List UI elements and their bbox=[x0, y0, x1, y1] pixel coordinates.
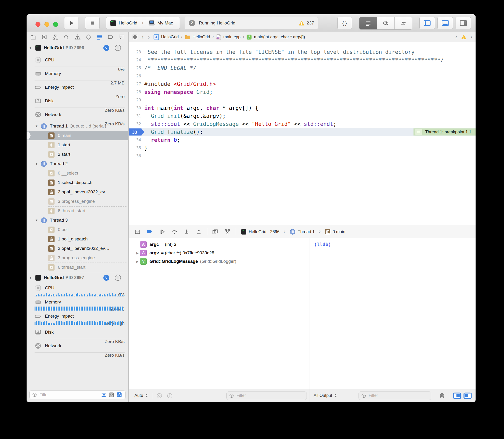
debug-location-process[interactable]: HelloGrid - 2696 bbox=[249, 229, 280, 234]
step-into-button[interactable] bbox=[184, 229, 190, 235]
variables-view[interactable]: Aargc= (int) 3▶Aargv= (char **) 0x7ffee9… bbox=[129, 238, 310, 389]
stack-frame-row[interactable]: 2 start bbox=[27, 150, 128, 159]
view-hierarchy-button[interactable] bbox=[212, 229, 218, 235]
stack-frame-row[interactable]: 1 select_dispatch bbox=[27, 178, 128, 187]
code-line[interactable]: 24 *************************************… bbox=[129, 56, 476, 64]
stat-row-memory[interactable]: Memory2.7 MB bbox=[27, 67, 128, 80]
debug-pane-splitter[interactable] bbox=[310, 238, 310, 402]
debug-area-panel-toggle[interactable] bbox=[437, 17, 453, 29]
code-line[interactable]: 26 bbox=[129, 72, 476, 80]
warning-count[interactable]: 237 bbox=[299, 20, 314, 26]
disclosure-triangle-icon[interactable]: ▶ bbox=[135, 251, 140, 255]
disclosure-triangle-icon[interactable]: ▼ bbox=[35, 124, 40, 128]
stack-frame-row[interactable]: 2 opal_libevent2022_ev… bbox=[27, 244, 128, 253]
breakpoint-badge[interactable]: 33 bbox=[129, 128, 144, 135]
issue-warning-icon[interactable] bbox=[461, 34, 467, 39]
zoom-window-button[interactable] bbox=[53, 22, 58, 27]
breakpoint-banner[interactable]: Thread 1: breakpoint 1.1 bbox=[413, 128, 476, 135]
step-over-button[interactable] bbox=[171, 229, 177, 235]
breadcrumb-file[interactable]: main.cpp bbox=[223, 35, 240, 39]
navigator-filter-field[interactable] bbox=[29, 390, 126, 399]
code-line[interactable]: 33 Grid_finalize();Thread 1: breakpoint … bbox=[129, 128, 476, 136]
stack-frame-row[interactable]: 1 poll_dispatch bbox=[27, 234, 128, 244]
navigator-tab-debug[interactable] bbox=[96, 34, 103, 40]
breadcrumb-project[interactable]: HelloGrid bbox=[161, 35, 179, 39]
disclosure-triangle-icon[interactable]: ▼ bbox=[29, 276, 35, 280]
threads-view-icon[interactable] bbox=[115, 45, 121, 51]
navigator-tab-project[interactable] bbox=[30, 34, 36, 40]
stat-row-energy-impact[interactable]: Energy ImpactVery High bbox=[27, 312, 128, 325]
stack-frame-row[interactable]: 0 __select bbox=[27, 169, 128, 178]
cpu-gauge-icon[interactable] bbox=[103, 274, 110, 281]
stat-row-disk[interactable]: DiskZero KB/s bbox=[27, 325, 128, 339]
stat-row-cpu[interactable]: CPU0% bbox=[27, 53, 128, 67]
console-filter-field[interactable] bbox=[359, 391, 431, 400]
stack-frame-row[interactable]: 6 thread_start bbox=[27, 263, 128, 272]
memory-graph-button[interactable] bbox=[224, 229, 231, 235]
navigator-tab-tests[interactable] bbox=[86, 34, 92, 40]
navigator-tab-reports[interactable] bbox=[118, 34, 125, 40]
console-view[interactable]: (lldb) bbox=[310, 238, 476, 389]
quicklook-icon[interactable] bbox=[156, 393, 163, 399]
variable-row[interactable]: ▶Aargv= (char **) 0x7ffee9039c28 bbox=[129, 249, 310, 257]
code-line[interactable]: 28using namespace Grid; bbox=[129, 88, 476, 96]
debug-location-frame[interactable]: 0 main bbox=[333, 229, 345, 234]
disclosure-triangle-icon[interactable]: ▶ bbox=[135, 260, 140, 263]
stat-row-network[interactable]: NetworkZero KB/s bbox=[27, 339, 128, 353]
threads-view-icon[interactable] bbox=[115, 274, 121, 281]
stat-row-cpu[interactable]: CPU6% bbox=[27, 283, 128, 297]
debug-location-thread[interactable]: Thread 1 bbox=[298, 229, 315, 234]
hide-debug-area-button[interactable] bbox=[134, 229, 141, 235]
thread-row[interactable]: ▼Thread 2 bbox=[27, 159, 128, 169]
code-line[interactable]: 34 return 0; bbox=[129, 136, 476, 144]
navigator-tab-source-control[interactable] bbox=[41, 34, 47, 40]
filter-view-mode-icon[interactable] bbox=[116, 392, 122, 398]
navigator-tab-breakpoints[interactable] bbox=[107, 34, 114, 40]
code-snippets-button[interactable]: { } bbox=[337, 17, 352, 29]
stop-button[interactable] bbox=[85, 17, 100, 29]
code-line[interactable]: 36 bbox=[129, 152, 476, 160]
code-line[interactable]: 35} bbox=[129, 144, 476, 152]
disclosure-triangle-icon[interactable]: ▼ bbox=[29, 46, 35, 50]
code-line[interactable]: 30int main(int argc, char * argv[]) { bbox=[129, 104, 476, 112]
code-line[interactable]: 29 bbox=[129, 96, 476, 104]
navigator-tab-find[interactable] bbox=[63, 34, 69, 40]
continue-button[interactable] bbox=[159, 229, 165, 235]
close-window-button[interactable] bbox=[35, 22, 40, 27]
inspector-panel-toggle[interactable] bbox=[456, 17, 471, 29]
variables-scope-popup[interactable]: Auto bbox=[134, 393, 148, 398]
minimize-window-button[interactable] bbox=[45, 22, 49, 27]
variables-filter-field[interactable] bbox=[226, 391, 307, 400]
stat-row-memory[interactable]: Memory2.8 MB bbox=[27, 298, 128, 311]
disclosure-triangle-icon[interactable]: ▼ bbox=[35, 162, 40, 166]
assistant-editor-button[interactable] bbox=[377, 17, 395, 29]
version-editor-button[interactable] bbox=[395, 17, 412, 29]
code-line[interactable]: 32 std::cout << GridLogMessage << "Hello… bbox=[129, 120, 476, 128]
console-scope-popup[interactable]: All Output bbox=[314, 393, 337, 398]
variable-row[interactable]: Aargc= (int) 3 bbox=[129, 240, 310, 249]
breadcrumb-symbol[interactable]: main(int argc, char * argv[]) bbox=[254, 35, 305, 39]
code-line[interactable]: 27#include <Grid/Grid.h> bbox=[129, 80, 476, 88]
stat-row-disk[interactable]: DiskZero KB/s bbox=[27, 94, 128, 108]
filter-stack-frames-icon[interactable] bbox=[109, 392, 114, 398]
run-button[interactable] bbox=[64, 17, 79, 29]
step-out-button[interactable] bbox=[196, 229, 202, 235]
stack-frame-row[interactable]: 2 opal_libevent2022_ev… bbox=[27, 187, 128, 197]
navigator-panel-toggle[interactable] bbox=[419, 17, 435, 29]
cpu-gauge-icon[interactable] bbox=[103, 45, 110, 51]
scheme-selector[interactable]: HelloGrid › My Mac bbox=[106, 17, 180, 29]
code-line[interactable]: 23 See the full license in the file "LIC… bbox=[129, 48, 476, 56]
stack-frame-row[interactable]: 1 start bbox=[27, 140, 128, 150]
thread-row[interactable]: ▼Thread 1Queue:…d (serial) bbox=[27, 122, 128, 131]
standard-editor-button[interactable] bbox=[359, 17, 377, 29]
trash-icon[interactable] bbox=[439, 392, 445, 399]
disclosure-triangle-icon[interactable]: ▼ bbox=[35, 219, 40, 222]
stat-row-network[interactable]: NetworkZero KB/s bbox=[27, 108, 128, 122]
thread-row[interactable]: ▼Thread 3 bbox=[27, 216, 128, 225]
navigator-filter-input[interactable] bbox=[39, 392, 101, 398]
navigator-tab-issues[interactable] bbox=[74, 34, 81, 40]
code-line[interactable]: 31 Grid_init(&argc,&argv); bbox=[129, 112, 476, 120]
info-icon[interactable] bbox=[166, 393, 173, 399]
breakpoints-toggle-button[interactable] bbox=[147, 229, 153, 234]
variable-row[interactable]: ▶VGrid::GridLogMessage(Grid::GridLogger) bbox=[129, 257, 310, 266]
